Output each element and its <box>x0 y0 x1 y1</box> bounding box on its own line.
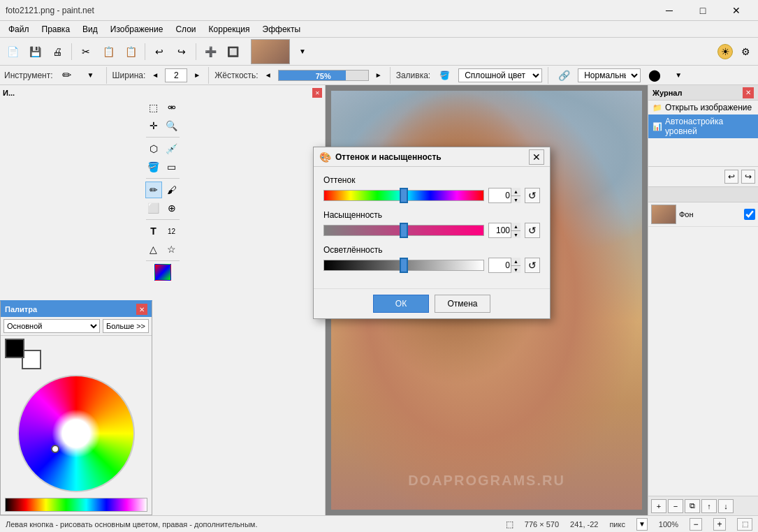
sat-spin-down[interactable]: ▼ <box>511 230 520 238</box>
dialog-close-button[interactable]: ✕ <box>529 149 544 165</box>
tool-zoom[interactable]: 🔍 <box>163 117 180 134</box>
menu-view[interactable]: Вид <box>77 22 103 37</box>
layer-up-btn[interactable]: ↑ <box>701 499 717 513</box>
status-bar: Левая кнопка - рисовать основным цветом,… <box>0 515 758 532</box>
tool-eraser[interactable]: ⬜ <box>145 200 162 216</box>
fill-select[interactable]: Сплошной цвет <box>458 68 542 82</box>
color-gradient-bar[interactable] <box>5 498 147 512</box>
layer-bg-visibility[interactable] <box>744 209 755 220</box>
lightness-slider-thumb[interactable] <box>400 258 408 273</box>
tool-fill[interactable]: 🪣 <box>145 158 162 175</box>
layer-duplicate-btn[interactable]: ⧉ <box>685 499 700 513</box>
tools-icon[interactable]: ☀ <box>717 44 733 59</box>
width-decrease[interactable]: ◄ <box>150 66 161 85</box>
tool-shapes[interactable]: △ <box>145 241 162 258</box>
menu-image[interactable]: Изображение <box>105 22 169 37</box>
menu-file[interactable]: Файл <box>3 22 35 37</box>
tool-lasso[interactable]: ⚮ <box>163 99 180 116</box>
layer-down-btn[interactable]: ↓ <box>718 499 734 513</box>
saturation-slider-track[interactable] <box>323 225 484 236</box>
bg-color-swatch[interactable] <box>22 350 41 369</box>
copy-button[interactable]: 📋 <box>99 42 118 61</box>
blend-mode-select[interactable]: Нормальный <box>578 68 641 82</box>
hardness-slider[interactable]: 75% <box>278 70 369 81</box>
maximize-button[interactable]: □ <box>687 1 719 20</box>
hardness-decrease[interactable]: ◄ <box>263 66 274 85</box>
tool-colors[interactable] <box>154 264 171 281</box>
status-unit-dropdown[interactable]: ▼ <box>636 518 648 531</box>
palette-close[interactable]: ✕ <box>136 304 147 315</box>
tool-selector-dropdown[interactable]: ▼ <box>81 66 101 85</box>
dialog-cancel-button[interactable]: Отмена <box>435 295 490 313</box>
palette-more-btn[interactable]: Больше >> <box>103 319 149 333</box>
resize-button[interactable]: 🔲 <box>223 42 242 61</box>
thumbnail-dropdown[interactable]: ▼ <box>293 42 312 61</box>
redo-button[interactable]: ↪ <box>172 42 191 61</box>
crop-button[interactable]: ➕ <box>201 42 220 61</box>
tool-clone[interactable]: ⊕ <box>163 200 180 216</box>
layer-item-bg[interactable]: Фон <box>648 202 758 227</box>
opacity-dropdown[interactable]: ▼ <box>669 66 688 85</box>
menu-layers[interactable]: Слои <box>170 22 201 37</box>
palette-mode-select[interactable]: Основной <box>3 319 100 333</box>
hue-spin-down[interactable]: ▼ <box>511 195 520 203</box>
menu-effects[interactable]: Эффекты <box>257 22 307 37</box>
fill-icon: 🪣 <box>435 66 454 85</box>
document-thumbnail[interactable] <box>251 39 290 64</box>
tool-brush[interactable]: 🖌 <box>163 182 180 198</box>
menu-edit[interactable]: Правка <box>36 22 76 37</box>
new-button[interactable]: 📄 <box>3 42 22 61</box>
tool-move[interactable]: ✛ <box>145 117 162 134</box>
hue-slider-track[interactable] <box>323 190 484 201</box>
color-wheel[interactable] <box>17 375 135 492</box>
tool-rectangle-select[interactable]: ⬚ <box>145 99 162 116</box>
save-button[interactable]: 💾 <box>25 42 45 61</box>
color-wheel-cursor[interactable] <box>51 445 59 453</box>
print-button[interactable]: 🖨 <box>48 42 67 61</box>
dialog-ok-button[interactable]: ОК <box>373 295 429 313</box>
hue-slider-thumb[interactable] <box>400 188 408 203</box>
status-message: Левая кнопка - рисовать основным цветом,… <box>6 520 257 529</box>
tool-text-size[interactable]: 12 <box>163 223 180 239</box>
tool-text[interactable]: T <box>145 223 162 239</box>
sat-reset-btn[interactable]: ↺ <box>525 223 540 238</box>
tool-pencil[interactable]: ✏ <box>145 182 162 198</box>
layer-add-btn[interactable]: + <box>651 499 666 513</box>
light-reset-btn[interactable]: ↺ <box>525 258 540 273</box>
history-redo-btn[interactable]: ↪ <box>741 170 755 184</box>
status-fit-window[interactable]: ⬚ <box>737 518 752 531</box>
hue-reset-btn[interactable]: ↺ <box>525 188 540 203</box>
tools-close[interactable]: ✕ <box>312 88 322 98</box>
tool-shapes-2[interactable]: ☆ <box>163 241 180 258</box>
journal-item-autolevels[interactable]: 📊 Автонастройка уровней <box>648 114 758 138</box>
journal-close[interactable]: ✕ <box>743 87 754 98</box>
status-zoom-in[interactable]: + <box>713 518 726 531</box>
cut-button[interactable]: ✂ <box>76 42 96 61</box>
fg-color-swatch[interactable] <box>5 339 24 358</box>
width-increase[interactable]: ► <box>191 66 203 85</box>
width-input[interactable]: 2 <box>165 68 187 82</box>
tool-selector-pencil[interactable]: ✏ <box>57 66 77 85</box>
saturation-slider-thumb[interactable] <box>400 223 408 238</box>
journal-item-open[interactable]: 📁 Открыть изображение <box>648 101 758 114</box>
sat-spin-up[interactable]: ▲ <box>511 223 520 230</box>
menu-correction[interactable]: Коррекция <box>203 22 256 37</box>
tool-row-8: △ ☆ <box>145 241 180 258</box>
undo-button[interactable]: ↩ <box>150 42 169 61</box>
hue-spin-up[interactable]: ▲ <box>511 188 520 195</box>
tool-eyedropper[interactable]: 💉 <box>163 140 180 157</box>
minimize-button[interactable]: ─ <box>653 1 685 20</box>
hardness-increase[interactable]: ► <box>373 66 384 85</box>
tool-gradient[interactable]: ▭ <box>163 158 180 175</box>
history-undo-btn[interactable]: ↩ <box>724 170 738 184</box>
tool-option-1[interactable]: ⚙ <box>736 42 755 61</box>
paste-button[interactable]: 📋 <box>121 42 140 61</box>
close-button[interactable]: ✕ <box>720 1 752 20</box>
layer-delete-btn[interactable]: − <box>668 499 683 513</box>
lightness-slider-track[interactable] <box>323 260 484 271</box>
light-spin-up[interactable]: ▲ <box>511 258 520 265</box>
status-zoom-out[interactable]: − <box>690 518 702 531</box>
tool-magic-wand[interactable]: ⬡ <box>145 140 162 157</box>
color-wheel-white-center <box>52 409 101 458</box>
light-spin-down[interactable]: ▼ <box>511 265 520 273</box>
